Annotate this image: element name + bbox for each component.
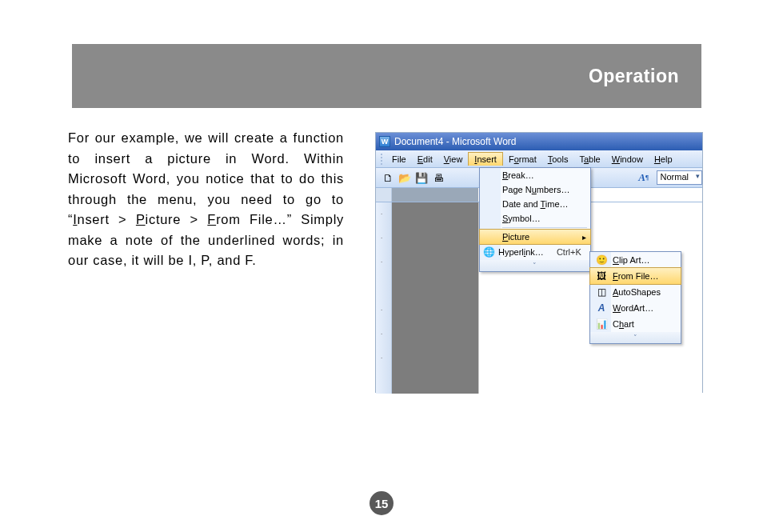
page-number: 15	[370, 491, 393, 515]
body-text-2: nsert >	[78, 212, 136, 226]
page-number-value: 15	[375, 497, 389, 510]
save-glyph: 💾	[415, 172, 428, 184]
page-numbers-label: Page Numbers…	[499, 185, 579, 194]
wordart-icon: A	[593, 302, 609, 314]
word-titlebar: W Document4 - Microsoft Word	[376, 133, 702, 150]
menubar-grip-icon	[381, 154, 384, 165]
style-label: Normal	[661, 172, 689, 182]
new-doc-glyph: 🗋	[383, 172, 393, 184]
section-header: Operation	[72, 44, 701, 108]
underline-f: F	[207, 212, 216, 226]
underline-p: P	[136, 212, 146, 226]
word-icon-glyph: W	[382, 138, 389, 146]
menu-insert[interactable]: Insert	[468, 152, 503, 166]
menu-item-clip-art[interactable]: 🙂 Clip Art…	[590, 252, 681, 268]
menu-item-autoshapes[interactable]: ◫ AutoShapes	[590, 284, 681, 300]
font-style-icon[interactable]: A¶	[637, 170, 651, 185]
word-window-title: Document4 - Microsoft Word	[394, 136, 517, 147]
break-label: Break…	[499, 170, 579, 180]
open-icon[interactable]: 📂	[397, 170, 412, 185]
word-app-icon: W	[379, 136, 390, 147]
insert-dropdown: Break… Page Numbers… Date and Time… Symb…	[479, 167, 591, 272]
hyperlink-label: Hyperlink…	[495, 247, 544, 257]
clip-art-label: Clip Art…	[609, 255, 669, 265]
style-selector[interactable]: Normal	[657, 170, 702, 185]
menu-item-hyperlink[interactable]: 🌐 Hyperlink… Ctrl+K	[480, 244, 590, 260]
ruler-corner	[376, 188, 392, 202]
menu-item-break[interactable]: Break…	[480, 168, 590, 182]
menu-view[interactable]: View	[438, 153, 469, 166]
body-text-3: icture >	[146, 212, 208, 226]
save-icon[interactable]: 💾	[414, 170, 429, 185]
menu-item-chart[interactable]: 📊 Chart	[590, 316, 681, 332]
symbol-label: Symbol…	[499, 214, 579, 223]
chart-label: Chart	[609, 319, 669, 329]
print-icon[interactable]: 🖶	[431, 170, 445, 185]
ruler-margin	[392, 188, 478, 202]
from-file-label: From File…	[609, 271, 669, 281]
wordart-label: WordArt…	[609, 303, 669, 313]
chart-icon: 📊	[593, 318, 609, 330]
open-glyph: 📂	[398, 172, 411, 184]
word-menubar: File Edit View Insert Format Tools Table…	[376, 150, 702, 168]
menu-tools[interactable]: Tools	[542, 153, 574, 166]
menu-item-picture[interactable]: Picture	[479, 229, 591, 245]
menu-item-page-numbers[interactable]: Page Numbers…	[480, 182, 590, 197]
menu-file[interactable]: File	[386, 153, 412, 166]
date-time-label: Date and Time…	[499, 199, 579, 209]
document-gray-margin	[392, 202, 478, 394]
picture-label: Picture	[499, 232, 579, 242]
menu-expand-chevron[interactable]: ˅	[480, 260, 590, 271]
menu-item-from-file[interactable]: 🖼 From File…	[589, 267, 681, 285]
word-vertical-ruler: · · · · · ·	[376, 202, 392, 394]
image-icon: 🖼	[593, 270, 609, 282]
menu-file-label: File	[392, 154, 406, 164]
new-doc-icon[interactable]: 🗋	[381, 170, 395, 185]
menu-help[interactable]: Help	[649, 153, 678, 166]
shapes-icon: ◫	[593, 286, 609, 298]
menu-edit[interactable]: Edit	[412, 153, 438, 166]
word-screenshot: W Document4 - Microsoft Word File Edit V…	[375, 132, 703, 393]
menu-table[interactable]: Table	[573, 153, 605, 166]
body-paragraph: For our example, we will create a functi…	[68, 128, 344, 271]
hyperlink-shortcut: Ctrl+K	[557, 247, 581, 257]
submenu-expand-chevron[interactable]: ˅	[590, 332, 681, 343]
menu-separator	[502, 227, 587, 228]
menu-window[interactable]: Window	[606, 153, 649, 166]
globe-icon: 🌐	[483, 246, 495, 258]
picture-submenu: 🙂 Clip Art… 🖼 From File… ◫ AutoShapes A …	[589, 251, 681, 344]
menu-item-wordart[interactable]: A WordArt…	[590, 300, 681, 316]
autoshapes-label: AutoShapes	[609, 287, 669, 297]
clipart-icon: 🙂	[593, 254, 609, 266]
print-glyph: 🖶	[433, 172, 444, 184]
menu-item-date-time[interactable]: Date and Time…	[480, 197, 590, 211]
menu-item-symbol[interactable]: Symbol…	[480, 211, 590, 226]
expand-glyph-2: ˅	[633, 334, 638, 342]
section-title: Operation	[589, 66, 679, 87]
expand-glyph: ˅	[533, 262, 537, 270]
menu-format[interactable]: Format	[503, 153, 542, 166]
